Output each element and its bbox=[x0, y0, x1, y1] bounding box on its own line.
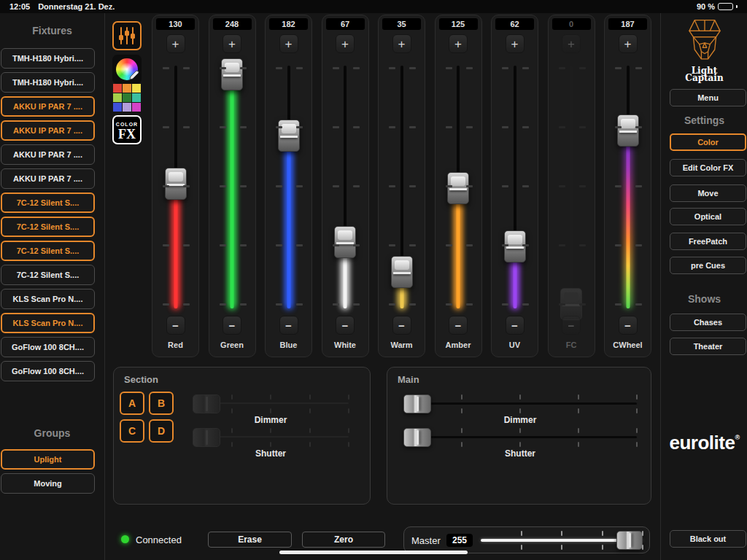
fader-tick bbox=[466, 126, 473, 128]
fixture-button[interactable]: TMH-H180 Hybri.... bbox=[1, 72, 95, 93]
fixture-button[interactable]: GoFlow 100 8CH.... bbox=[1, 361, 95, 381]
erase-button[interactable]: Erase bbox=[208, 532, 292, 548]
channel-strip: 248Green bbox=[209, 15, 256, 357]
fader-tick bbox=[579, 244, 586, 246]
settings-item-button[interactable]: Edit Color FX bbox=[670, 159, 746, 176]
settings-item-button[interactable]: Color bbox=[670, 133, 746, 151]
settings-item-button[interactable]: pre Cues bbox=[670, 257, 746, 274]
fixture-button[interactable]: 7C-12 Silent S.... bbox=[1, 241, 95, 261]
section-b-button[interactable]: B bbox=[149, 392, 174, 415]
channel-fader[interactable] bbox=[436, 68, 481, 304]
fixture-button[interactable]: KLS Scan Pro N.... bbox=[1, 289, 95, 309]
section-d-button[interactable]: D bbox=[149, 419, 174, 443]
master-slider[interactable] bbox=[481, 531, 643, 550]
channel-decrease-button[interactable] bbox=[619, 316, 638, 335]
fader-tick bbox=[466, 303, 473, 306]
fixture-button[interactable]: 7C-12 Silent S.... bbox=[1, 192, 95, 213]
channel-decrease-button[interactable] bbox=[562, 316, 581, 335]
fixture-button[interactable]: GoFlow 100 8CH.... bbox=[1, 337, 95, 357]
slider-knob[interactable] bbox=[193, 394, 220, 413]
fader-knob[interactable] bbox=[278, 120, 300, 152]
fader-tick bbox=[220, 185, 226, 187]
channel-fader[interactable] bbox=[322, 68, 368, 304]
fader-glow-core bbox=[231, 74, 234, 308]
home-indicator[interactable] bbox=[279, 551, 468, 554]
fader-tick bbox=[163, 244, 169, 246]
slider-knob[interactable] bbox=[403, 394, 431, 413]
channel-increase-button[interactable] bbox=[222, 34, 241, 53]
fader-knob[interactable] bbox=[447, 172, 469, 204]
section-dimmer-slider[interactable] bbox=[193, 394, 349, 413]
settings-item-button[interactable]: Move bbox=[670, 184, 746, 202]
channel-fader[interactable] bbox=[266, 68, 311, 304]
fader-knob[interactable] bbox=[504, 230, 526, 262]
channel-increase-button[interactable] bbox=[449, 34, 468, 53]
group-button[interactable]: Uplight bbox=[1, 449, 95, 470]
main-shutter-slider[interactable] bbox=[403, 428, 637, 447]
section-shutter-slider[interactable] bbox=[193, 428, 349, 447]
channel-fader[interactable] bbox=[209, 68, 255, 304]
fader-tick bbox=[579, 67, 586, 69]
fixture-button[interactable]: AKKU IP PAR 7 .... bbox=[1, 120, 95, 141]
channel-increase-button[interactable] bbox=[562, 34, 581, 53]
section-c-button[interactable]: C bbox=[120, 419, 144, 443]
channel-increase-button[interactable] bbox=[619, 34, 638, 53]
fader-tick bbox=[276, 67, 282, 69]
channel-label: White bbox=[322, 341, 368, 349]
fader-tick bbox=[353, 126, 360, 128]
fader-knob[interactable] bbox=[221, 58, 243, 90]
blackout-button[interactable]: Black out bbox=[670, 530, 746, 548]
slider-tick bbox=[636, 394, 638, 400]
channel-decrease-button[interactable] bbox=[222, 316, 241, 335]
channel-decrease-button[interactable] bbox=[166, 316, 185, 335]
fader-knob[interactable] bbox=[391, 256, 413, 288]
fader-knob[interactable] bbox=[334, 226, 356, 258]
channel-increase-button[interactable] bbox=[506, 34, 525, 53]
color-grid-icon bbox=[113, 84, 141, 112]
faders-tool-button[interactable] bbox=[112, 21, 142, 50]
channel-fader[interactable] bbox=[549, 68, 595, 304]
slider-knob[interactable] bbox=[616, 531, 643, 550]
slider-knob[interactable] bbox=[193, 428, 220, 447]
fixture-button[interactable]: 7C-12 Silent S.... bbox=[1, 265, 95, 285]
zero-button[interactable]: Zero bbox=[302, 532, 385, 548]
channel-increase-button[interactable] bbox=[336, 34, 355, 53]
group-button[interactable]: Moving bbox=[1, 473, 95, 494]
fader-knob[interactable] bbox=[165, 168, 187, 200]
fixture-button[interactable]: TMH-H180 Hybri.... bbox=[1, 48, 95, 69]
color-picker-tool-button[interactable] bbox=[112, 55, 142, 84]
fader-tick bbox=[240, 67, 247, 69]
channel-decrease-button[interactable] bbox=[506, 316, 525, 335]
fixture-button[interactable]: AKKU IP PAR 7 .... bbox=[1, 144, 95, 165]
menu-button[interactable]: Menu bbox=[670, 89, 746, 106]
fixture-button[interactable]: AKKU IP PAR 7 .... bbox=[1, 96, 95, 117]
channel-decrease-button[interactable] bbox=[336, 316, 355, 335]
main-dimmer-slider[interactable] bbox=[403, 394, 637, 413]
fixture-button[interactable]: KLS Scan Pro N.... bbox=[1, 313, 95, 333]
fader-tick bbox=[183, 185, 190, 187]
color-grid-tool-button[interactable] bbox=[112, 83, 142, 112]
channel-decrease-button[interactable] bbox=[449, 316, 468, 335]
channel-decrease-button[interactable] bbox=[279, 316, 298, 335]
channel-increase-button[interactable] bbox=[392, 34, 411, 53]
fixture-button[interactable]: 7C-12 Silent S.... bbox=[1, 217, 95, 237]
shows-item-button[interactable]: Theater bbox=[670, 338, 746, 355]
channel-increase-button[interactable] bbox=[279, 34, 298, 53]
fader-knob[interactable] bbox=[617, 114, 639, 147]
fixture-button[interactable]: AKKU IP PAR 7 .... bbox=[1, 168, 95, 189]
channel-value: 130 bbox=[156, 18, 195, 30]
channel-increase-button[interactable] bbox=[166, 34, 185, 53]
slider-knob[interactable] bbox=[403, 428, 431, 447]
channel-fader[interactable] bbox=[379, 68, 425, 304]
channel-fader[interactable] bbox=[152, 68, 198, 304]
channel-fader[interactable] bbox=[605, 68, 651, 304]
color-fx-tool-button[interactable]: COLOR FX bbox=[112, 115, 142, 144]
fader-tick bbox=[276, 303, 282, 306]
shows-item-button[interactable]: Chases bbox=[670, 314, 746, 331]
channel-label: Amber bbox=[436, 341, 481, 349]
channel-decrease-button[interactable] bbox=[392, 316, 411, 335]
section-a-button[interactable]: A bbox=[120, 392, 144, 415]
channel-fader[interactable] bbox=[492, 68, 538, 304]
settings-item-button[interactable]: FreePatch bbox=[670, 233, 746, 250]
settings-item-button[interactable]: Optical bbox=[670, 208, 746, 225]
